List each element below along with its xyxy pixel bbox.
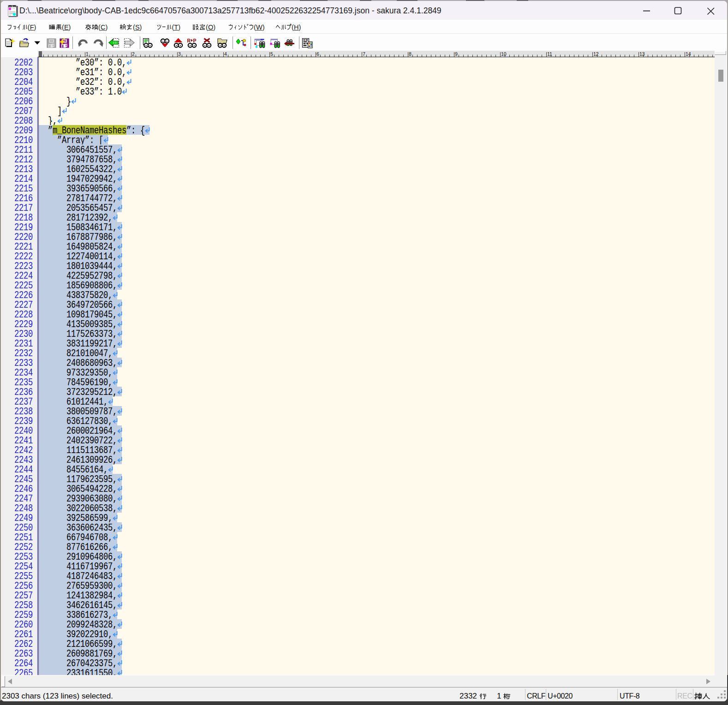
svg-text:11: 11 bbox=[547, 51, 552, 57]
svg-text:10: 10 bbox=[501, 51, 507, 57]
svg-text:8: 8 bbox=[409, 51, 412, 57]
svg-text:9: 9 bbox=[455, 51, 458, 57]
svg-text:12: 12 bbox=[593, 51, 599, 57]
svg-text:14: 14 bbox=[686, 51, 691, 57]
svg-text:5: 5 bbox=[270, 51, 273, 57]
svg-text:13: 13 bbox=[639, 51, 645, 57]
svg-text:P: P bbox=[193, 38, 197, 43]
svg-text:1: 1 bbox=[86, 51, 89, 57]
svg-text:R: R bbox=[187, 38, 191, 43]
svg-text:2: 2 bbox=[132, 51, 135, 57]
svg-text:7: 7 bbox=[363, 51, 365, 57]
svg-text:4: 4 bbox=[224, 51, 227, 57]
svg-text:3: 3 bbox=[178, 51, 181, 57]
svg-text:6: 6 bbox=[316, 51, 319, 57]
